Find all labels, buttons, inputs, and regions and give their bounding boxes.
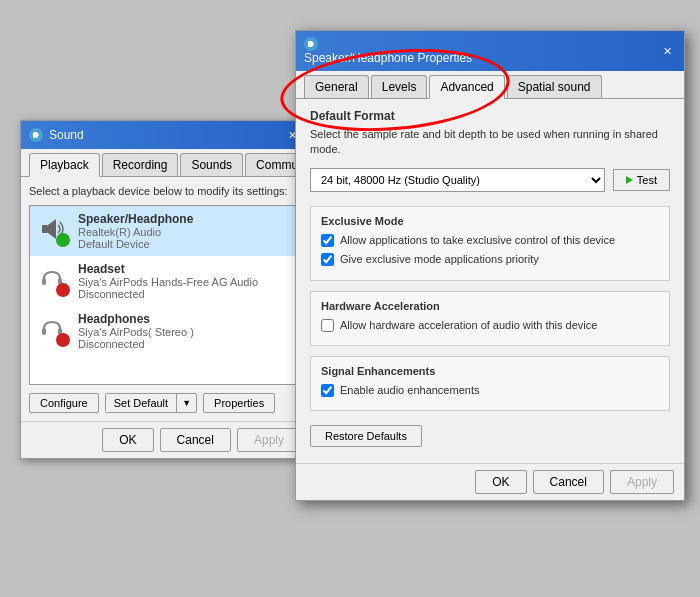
sound-instruction: Select a playback device below to modify… [29, 185, 301, 197]
device-name-headset: Headset [78, 262, 292, 276]
tab-sounds[interactable]: Sounds [180, 153, 243, 176]
tab-general[interactable]: General [304, 75, 369, 98]
give-priority-row: Give exclusive mode applications priorit… [321, 252, 659, 267]
device-sub1-headset: Siya's AirPods Hands-Free AG Audio [78, 276, 292, 288]
device-info-headphones: Headphones Siya's AirPods( Stereo ) Disc… [78, 312, 292, 350]
props-footer: OK Cancel Apply [296, 463, 684, 500]
status-badge-green [56, 233, 70, 247]
allow-hw-checkbox[interactable] [321, 319, 334, 332]
props-ok-button[interactable]: OK [475, 470, 526, 494]
sound-dialog-titlebar: Sound ✕ [21, 121, 309, 149]
device-sub2-headphones: Disconnected [78, 338, 292, 350]
svg-marker-2 [48, 219, 56, 239]
sound-ok-button[interactable]: OK [102, 428, 153, 452]
tab-spatial-sound[interactable]: Spatial sound [507, 75, 602, 98]
sound-dialog-footer: OK Cancel Apply [21, 421, 309, 458]
props-dialog-title: Speaker/Headphone Properties [304, 51, 472, 65]
properties-button[interactable]: Properties [203, 393, 275, 413]
props-apply-button[interactable]: Apply [610, 470, 674, 494]
sound-tabs: Playback Recording Sounds Communications [21, 149, 309, 177]
device-list: Speaker/Headphone Realtek(R) Audio Defau… [29, 205, 301, 385]
status-badge-red-headset [56, 283, 70, 297]
props-cancel-button[interactable]: Cancel [533, 470, 604, 494]
device-sub2-headset: Disconnected [78, 288, 292, 300]
hardware-accel-title: Hardware Acceleration [321, 300, 659, 312]
default-format-desc: Select the sample rate and bit depth to … [310, 127, 670, 158]
allow-exclusive-label: Allow applications to take exclusive con… [340, 233, 615, 248]
device-name-speaker: Speaker/Headphone [78, 212, 292, 226]
enable-audio-label: Enable audio enhancements [340, 383, 479, 398]
svg-marker-0 [33, 132, 39, 138]
speaker-device-icon [38, 215, 70, 247]
device-item-headset[interactable]: Headset Siya's AirPods Hands-Free AG Aud… [30, 256, 300, 306]
format-row: 24 bit, 48000 Hz (Studio Quality) Test [310, 168, 670, 192]
exclusive-mode-section: Exclusive Mode Allow applications to tak… [310, 206, 670, 281]
device-info-speaker: Speaker/Headphone Realtek(R) Audio Defau… [78, 212, 292, 250]
svg-marker-7 [308, 41, 314, 47]
sound-apply-button[interactable]: Apply [237, 428, 301, 452]
set-default-button[interactable]: Set Default [106, 394, 177, 412]
hardware-acceleration-section: Hardware Acceleration Allow hardware acc… [310, 291, 670, 346]
device-item-speaker[interactable]: Speaker/Headphone Realtek(R) Audio Defau… [30, 206, 300, 256]
configure-button[interactable]: Configure [29, 393, 99, 413]
props-dialog: Speaker/Headphone Properties ✕ General L… [295, 30, 685, 501]
signal-enhancements-title: Signal Enhancements [321, 365, 659, 377]
device-sub2-speaker: Default Device [78, 238, 292, 250]
play-icon [626, 176, 633, 184]
device-item-headphones[interactable]: Headphones Siya's AirPods( Stereo ) Disc… [30, 306, 300, 356]
test-button[interactable]: Test [613, 169, 670, 191]
headphones-device-icon [38, 315, 70, 347]
allow-exclusive-row: Allow applications to take exclusive con… [321, 233, 659, 248]
allow-hw-label: Allow hardware acceleration of audio wit… [340, 318, 597, 333]
tab-recording[interactable]: Recording [102, 153, 179, 176]
status-badge-red-headphones [56, 333, 70, 347]
headset-device-icon [38, 265, 70, 297]
exclusive-mode-title: Exclusive Mode [321, 215, 659, 227]
props-content: Default Format Select the sample rate an… [296, 99, 684, 463]
props-titlebar: Speaker/Headphone Properties ✕ [296, 31, 684, 71]
tab-advanced[interactable]: Advanced [429, 75, 504, 99]
set-default-wrap: Set Default ▼ [105, 393, 197, 413]
give-priority-label: Give exclusive mode applications priorit… [340, 252, 539, 267]
sound-cancel-button[interactable]: Cancel [160, 428, 231, 452]
device-name-headphones: Headphones [78, 312, 292, 326]
svg-rect-3 [42, 278, 46, 285]
give-priority-checkbox[interactable] [321, 253, 334, 266]
device-sub1-speaker: Realtek(R) Audio [78, 226, 292, 238]
props-tabs: General Levels Advanced Spatial sound [296, 71, 684, 99]
svg-rect-1 [42, 225, 48, 233]
format-select[interactable]: 24 bit, 48000 Hz (Studio Quality) [310, 168, 605, 192]
props-dialog-icon [304, 37, 318, 51]
sound-dialog-icon [29, 128, 43, 142]
svg-rect-5 [42, 328, 46, 335]
default-format-title: Default Format [310, 109, 670, 123]
sound-dialog-title: Sound [49, 128, 84, 142]
device-sub1-headphones: Siya's AirPods( Stereo ) [78, 326, 292, 338]
restore-defaults-button[interactable]: Restore Defaults [310, 425, 422, 447]
enable-audio-row: Enable audio enhancements [321, 383, 659, 398]
sound-buttons-row: Configure Set Default ▼ Properties [29, 393, 301, 413]
allow-hw-row: Allow hardware acceleration of audio wit… [321, 318, 659, 333]
tab-levels[interactable]: Levels [371, 75, 428, 98]
allow-exclusive-checkbox[interactable] [321, 234, 334, 247]
props-close-button[interactable]: ✕ [658, 43, 676, 59]
sound-dialog: Sound ✕ Playback Recording Sounds Commun… [20, 120, 310, 459]
device-info-headset: Headset Siya's AirPods Hands-Free AG Aud… [78, 262, 292, 300]
test-label: Test [637, 174, 657, 186]
signal-enhancements-section: Signal Enhancements Enable audio enhance… [310, 356, 670, 411]
tab-playback[interactable]: Playback [29, 153, 100, 177]
set-default-arrow-button[interactable]: ▼ [177, 395, 196, 411]
enable-audio-checkbox[interactable] [321, 384, 334, 397]
